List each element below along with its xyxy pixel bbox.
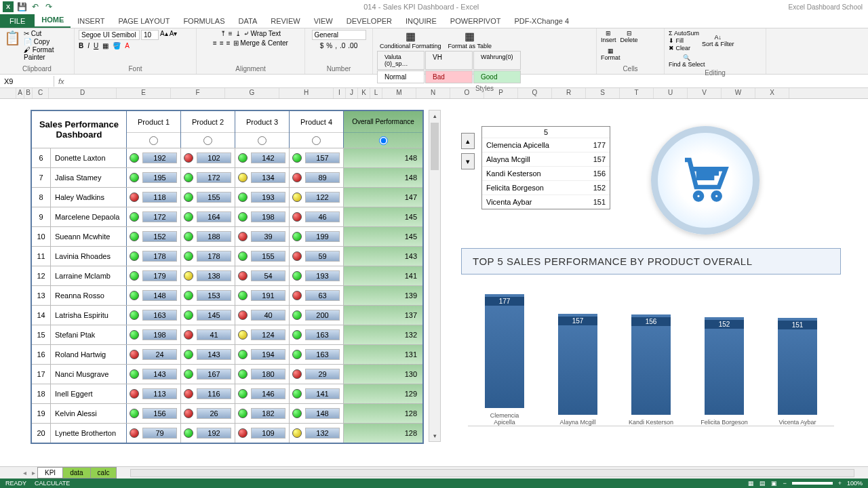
col-header[interactable]: D	[49, 88, 117, 98]
sheet-tab-kpi[interactable]: KPI	[37, 467, 63, 479]
undo-icon[interactable]: ↶	[30, 1, 41, 12]
radio-product1[interactable]	[149, 136, 158, 145]
insert-icon[interactable]: ⊞	[606, 30, 611, 37]
col-header[interactable]: G	[225, 88, 279, 98]
tab-data[interactable]: DATA	[232, 14, 264, 28]
style-wahrung[interactable]: Währung(0)	[473, 51, 521, 70]
col-header[interactable]	[0, 88, 16, 98]
align-bot-icon[interactable]: ⤓	[235, 30, 241, 37]
col-header[interactable]: L	[370, 88, 382, 98]
increase-font-icon[interactable]: A▴	[160, 30, 168, 40]
style-good[interactable]: Good	[473, 70, 521, 83]
decrease-font-icon[interactable]: A▾	[170, 30, 178, 40]
col-header[interactable]: J	[346, 88, 358, 98]
tab-home[interactable]: HOME	[35, 13, 71, 28]
number-format[interactable]	[312, 30, 366, 40]
col-header[interactable]: O	[450, 88, 484, 98]
font-size[interactable]	[141, 30, 159, 40]
tab-insert[interactable]: INSERT	[71, 14, 111, 28]
fill-button[interactable]: ⬇ Fill	[669, 37, 699, 44]
font-name[interactable]	[79, 30, 140, 40]
align-center-icon[interactable]: ≡	[220, 39, 224, 47]
copy-button[interactable]: 📄 Copy	[24, 38, 70, 45]
fill-color-icon[interactable]: 🪣	[113, 42, 121, 49]
style-vh[interactable]: VH	[425, 51, 473, 70]
align-mid-icon[interactable]: ≡	[229, 30, 233, 37]
style-bad[interactable]: Bad	[425, 70, 473, 83]
inc-decimal-icon[interactable]: .0	[340, 42, 345, 49]
style-valuta[interactable]: Valuta (0)_sp…	[377, 51, 425, 70]
col-header[interactable]: U	[654, 88, 688, 98]
tab-developer[interactable]: DEVELOPER	[340, 14, 399, 28]
radio-overall[interactable]	[379, 136, 388, 145]
paste-icon[interactable]: 📋	[4, 30, 21, 61]
col-header[interactable]: N	[416, 88, 450, 98]
view-layout-icon[interactable]: ▤	[760, 480, 766, 487]
format-table-icon[interactable]: ▦	[465, 30, 475, 43]
tab-powerpivot[interactable]: POWERPIVOT	[443, 14, 508, 28]
radio-product4[interactable]	[312, 136, 321, 145]
save-icon[interactable]: 💾	[16, 1, 27, 12]
find-icon[interactable]: 🔍	[683, 54, 690, 61]
view-break-icon[interactable]: ▣	[771, 480, 777, 487]
col-header[interactable]: T	[620, 88, 654, 98]
align-right-icon[interactable]: ≡	[226, 39, 231, 47]
tab-formulas[interactable]: FORMULAS	[176, 14, 231, 28]
style-normal[interactable]: Normal	[377, 70, 425, 83]
sheet-nav-prev[interactable]: ◂	[20, 469, 29, 476]
percent-icon[interactable]: %	[326, 42, 332, 49]
tab-file[interactable]: FILE	[0, 14, 35, 28]
dashboard-scrollbar[interactable]: ▴ ▾	[429, 110, 441, 442]
align-top-icon[interactable]: ⤒	[220, 30, 226, 37]
font-color-icon[interactable]: A	[125, 42, 130, 49]
col-header[interactable]: E	[117, 88, 171, 98]
bold-button[interactable]: B	[79, 42, 83, 49]
spin-down[interactable]: ▾	[461, 153, 475, 169]
name-box[interactable]: X9	[0, 76, 54, 87]
zoom-slider[interactable]	[792, 482, 833, 485]
col-header[interactable]: H	[279, 88, 334, 98]
tab-page-layout[interactable]: PAGE LAYOUT	[111, 14, 176, 28]
col-header[interactable]: P	[484, 88, 518, 98]
cond-format-icon[interactable]: ▦	[406, 30, 416, 43]
underline-button[interactable]: U	[94, 42, 98, 49]
tab-inquire[interactable]: INQUIRE	[399, 14, 443, 28]
format-icon[interactable]: ▦	[608, 47, 614, 54]
col-header[interactable]: I	[334, 88, 346, 98]
col-header[interactable]: W	[722, 88, 755, 98]
col-header[interactable]: F	[171, 88, 225, 98]
col-header[interactable]: X	[755, 88, 789, 98]
col-header[interactable]: C	[33, 88, 49, 98]
italic-button[interactable]: I	[87, 42, 90, 49]
radio-product2[interactable]	[203, 136, 212, 145]
tab-pdfxchange[interactable]: PDF-XChange 4	[507, 14, 576, 28]
col-header[interactable]: A	[16, 88, 24, 98]
col-header[interactable]: V	[688, 88, 722, 98]
radio-product3[interactable]	[258, 136, 267, 145]
col-header[interactable]: K	[358, 88, 370, 98]
redo-icon[interactable]: ↷	[43, 1, 54, 12]
col-header[interactable]: B	[24, 88, 33, 98]
comma-icon[interactable]: ,	[335, 42, 337, 49]
scroll-up-icon[interactable]: ▴	[429, 110, 440, 121]
horizontal-scrollbar[interactable]	[130, 469, 854, 477]
merge-button[interactable]: ⊞ Merge & Center	[233, 39, 288, 47]
scroll-down-icon[interactable]: ▾	[429, 430, 440, 441]
zoom-out[interactable]: −	[783, 480, 786, 487]
tab-view[interactable]: VIEW	[307, 14, 340, 28]
zoom-in[interactable]: +	[838, 480, 842, 487]
col-header[interactable]: S	[586, 88, 620, 98]
cut-button[interactable]: ✂ Cut	[24, 30, 70, 37]
sheet-tab-calc[interactable]: calc	[90, 467, 117, 479]
scroll-thumb[interactable]	[431, 123, 439, 170]
currency-icon[interactable]: $	[320, 42, 324, 49]
clear-button[interactable]: ✖ Clear	[669, 45, 699, 52]
fx-icon[interactable]: fx	[54, 77, 68, 85]
view-normal-icon[interactable]: ▦	[748, 480, 754, 487]
format-painter-button[interactable]: 🖌 Format Painter	[24, 46, 70, 61]
col-header[interactable]: M	[382, 88, 416, 98]
wrap-text-button[interactable]: ⤶ Wrap Text	[243, 30, 281, 37]
spin-up[interactable]: ▴	[461, 133, 475, 149]
align-left-icon[interactable]: ≡	[213, 39, 217, 47]
col-header[interactable]: R	[552, 88, 586, 98]
